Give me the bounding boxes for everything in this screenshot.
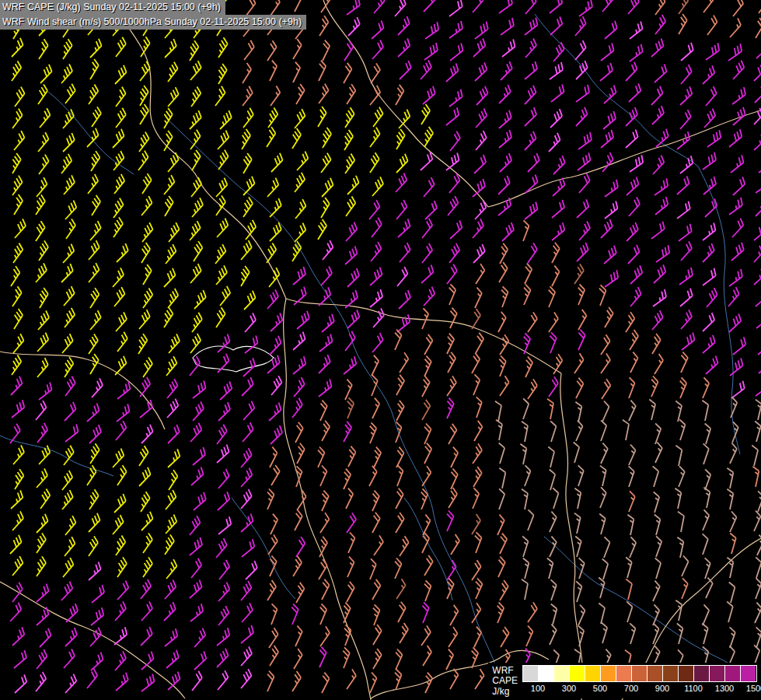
wind-barb — [84, 513, 103, 532]
wind-barb — [545, 0, 564, 13]
wind-barb — [466, 560, 483, 580]
wind-barb — [496, 61, 515, 80]
wind-barbs-layer — [4, 0, 761, 693]
wind-barb — [492, 557, 507, 577]
wind-barb — [212, 131, 231, 149]
wind-barb — [651, 197, 670, 215]
wind-barb — [262, 40, 278, 61]
wind-barb — [185, 61, 203, 80]
wind-barb — [210, 244, 228, 264]
wind-barb — [58, 39, 74, 59]
wind-barb — [364, 422, 378, 443]
wind-barb — [190, 651, 208, 670]
wind-barb — [365, 128, 382, 147]
wind-barb — [696, 509, 710, 530]
wind-barb — [213, 469, 231, 488]
wind-barb — [86, 607, 106, 625]
wind-barb — [110, 108, 127, 128]
wind-barb — [494, 627, 511, 647]
wind-barb — [340, 153, 357, 173]
wind-barb — [649, 443, 664, 463]
wind-barb — [86, 653, 106, 670]
wind-barb — [138, 288, 155, 308]
wind-barb — [60, 84, 77, 103]
wind-barb — [286, 671, 302, 691]
wind-barb — [190, 290, 208, 309]
wind-barb — [340, 488, 354, 509]
wind-barb — [132, 334, 148, 354]
wind-barb — [85, 221, 103, 240]
wind-barb — [339, 625, 352, 646]
wind-barb — [622, 222, 641, 241]
wind-barb — [623, 537, 637, 558]
legend-tick-label: 300 — [562, 684, 576, 693]
wind-barb — [33, 132, 51, 152]
wind-barb — [82, 174, 100, 194]
wind-barb — [600, 201, 620, 219]
wind-barb — [394, 243, 412, 262]
wind-barb — [159, 175, 176, 194]
wind-barb — [112, 332, 129, 352]
wind-barb — [160, 515, 179, 534]
wind-barb — [567, 442, 580, 463]
wind-barb — [211, 265, 229, 285]
wind-barb — [699, 177, 718, 194]
wind-barb — [58, 175, 76, 194]
wind-barb — [236, 489, 253, 509]
wind-barb — [599, 86, 619, 103]
wind-barb — [368, 535, 386, 555]
wind-barb — [264, 403, 284, 421]
wind-barb — [543, 447, 555, 467]
wind-barb — [239, 358, 257, 376]
wind-barb — [599, 307, 615, 327]
wind-barb — [368, 0, 386, 13]
wind-barb — [495, 153, 514, 172]
wind-barb — [726, 156, 745, 173]
wind-barb — [520, 0, 538, 14]
wind-barb — [58, 133, 77, 152]
wind-barb — [415, 60, 433, 79]
wind-barb — [237, 153, 253, 173]
wind-barb — [572, 310, 588, 330]
wind-barb — [623, 401, 637, 421]
wind-barb — [444, 173, 462, 193]
wind-barb — [212, 649, 231, 667]
wind-barb — [571, 61, 590, 79]
wind-barb — [675, 110, 693, 129]
legend-color-swatch — [694, 666, 710, 681]
wind-barb — [213, 37, 229, 58]
wind-barb — [344, 17, 362, 36]
wind-barb — [58, 286, 76, 306]
wind-barb — [8, 309, 24, 329]
wind-barb — [134, 61, 152, 81]
wind-barb — [749, 627, 761, 648]
wind-barb — [672, 446, 682, 466]
wind-barb — [626, 265, 644, 284]
wind-barb — [58, 446, 75, 465]
wind-barb — [236, 646, 253, 666]
wind-barb — [442, 627, 459, 647]
wind-barb — [751, 198, 761, 216]
wind-barb — [159, 602, 178, 621]
wind-barb — [417, 265, 436, 283]
wind-barb — [389, 669, 403, 690]
wind-barb — [497, 222, 516, 241]
wind-barb — [213, 150, 230, 170]
wind-barb — [395, 61, 414, 79]
wind-barb — [313, 84, 330, 103]
wind-barb — [288, 649, 304, 669]
wind-barb — [594, 487, 608, 508]
wind-barb — [187, 198, 204, 217]
wind-barb — [649, 264, 668, 283]
wind-barb — [619, 420, 630, 440]
wind-barb — [442, 376, 459, 396]
wind-barb — [288, 510, 304, 530]
wind-barb — [313, 647, 328, 667]
wind-barb — [570, 16, 588, 36]
wind-barb — [163, 425, 182, 443]
wind-barb — [698, 401, 709, 421]
wind-barb — [317, 240, 335, 260]
wind-barb — [673, 201, 693, 219]
wind-barb — [601, 270, 621, 287]
wind-barb — [189, 628, 208, 647]
